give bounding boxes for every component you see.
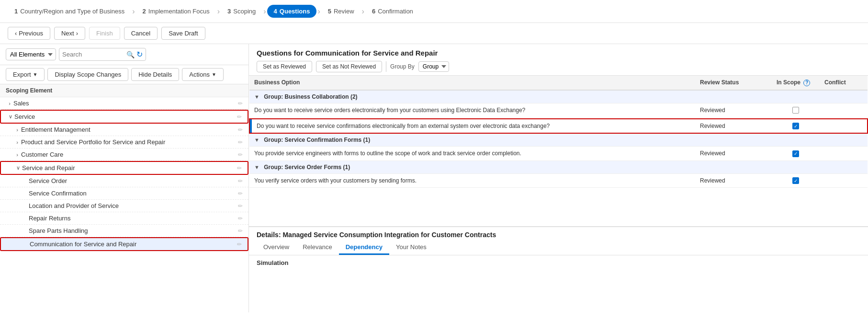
main-layout: All Elements 🔍 ↻ Export ▼ Display Scope … [0,44,868,312]
in-scope-cell-2[interactable]: ✓ [772,119,820,134]
wizard-step-6[interactable]: 6 Confirmation [365,5,420,18]
in-scope-cell[interactable] [772,103,820,119]
wizard-step-1[interactable]: 1 Country/Region and Type of Business [8,5,131,18]
review-status-cell-3: Reviewed [695,147,772,161]
wizard-step-2[interactable]: 2 Implementation Focus [136,5,216,18]
tree-item-customer-care[interactable]: › Customer Care ✏ [0,149,248,161]
service-repair-expander-icon[interactable]: ∨ [14,165,22,171]
spare-parts-edit-icon[interactable]: ✏ [238,228,243,234]
search-input[interactable] [62,51,124,58]
tree-item-repair-returns[interactable]: Repair Returns ✏ [0,212,248,225]
in-scope-checkbox-2[interactable]: ✓ [792,123,799,129]
right-panel: Questions for Communication for Service … [249,44,868,312]
cancel-button[interactable]: Cancel [124,27,158,40]
group-expander-business-collab[interactable]: ▼ [254,94,259,100]
tree-item-sales[interactable]: › Sales ✏ [0,97,248,110]
group-row-service-confirmation-forms: ▼ Group: Service Confirmation Forms (1) [249,133,868,147]
hide-details-button[interactable]: Hide Details [131,68,179,81]
group-row-service-order-forms: ▼ Group: Service Order Forms (1) [249,160,868,173]
tree-item-service-confirmation[interactable]: Service Confirmation ✏ [0,187,248,200]
entitlement-expander-icon[interactable]: › [13,127,21,133]
save-draft-button[interactable]: Save Draft [161,27,205,40]
business-option-cell-4: You verify service orders with your cust… [249,173,695,188]
tree-item-service[interactable]: ∨ Service ✏ [0,110,248,124]
group-expander-order-forms[interactable]: ▼ [254,164,259,170]
in-scope-checkbox[interactable] [792,107,799,114]
actions-button[interactable]: Actions ▼ [182,68,224,81]
refresh-icon[interactable]: ↻ [136,50,143,59]
left-toolbar-row2: Export ▼ Display Scope Changes Hide Deta… [0,65,248,84]
actions-dropdown-icon: ▼ [212,72,216,77]
service-order-edit-icon[interactable]: ✏ [238,178,243,184]
display-scope-button[interactable]: Display Scope Changes [47,68,128,81]
table-body: ▼ Group: Business Collaboration (2) Do y… [249,90,868,188]
set-not-reviewed-button[interactable]: Set as Not Reviewed [316,61,382,72]
next-button[interactable]: Next › [54,27,85,40]
service-expander-icon[interactable]: ∨ [7,114,14,120]
col-business-option: Business Option [249,76,695,90]
step-arrow-3: › [263,7,266,16]
step-arrow-4: › [317,7,320,16]
table-row: You verify service orders with your cust… [249,173,868,188]
tab-relevance[interactable]: Relevance [296,241,338,255]
tree-item-spare-parts[interactable]: Spare Parts Handling ✏ [0,225,248,237]
right-panel-header: Questions for Communication for Service … [249,44,868,76]
wizard-step-3[interactable]: 3 Scoping [221,5,262,18]
entitlement-edit-icon[interactable]: ✏ [238,126,243,133]
previous-button[interactable]: ‹ Previous [8,27,50,40]
tree-item-comm-service-repair[interactable]: Communication for Service and Repair ✏ [0,237,248,251]
tree-item-product-portfolio[interactable]: › Product and Service Portfolio for Serv… [0,136,248,149]
customer-care-expander-icon[interactable]: › [13,152,21,158]
in-scope-checkbox-3[interactable]: ✓ [792,150,799,157]
group-expander-confirmation-forms[interactable]: ▼ [254,137,259,143]
step-arrow-2: › [217,7,220,16]
service-edit-icon[interactable]: ✏ [237,114,242,120]
set-reviewed-button[interactable]: Set as Reviewed [257,61,312,72]
questions-data-table: Business Option Review Status In Scope ?… [249,76,868,188]
col-in-scope: In Scope ? [772,76,820,90]
tab-dependency[interactable]: Dependency [339,241,389,255]
sales-edit-icon[interactable]: ✏ [238,100,243,107]
product-portfolio-expander-icon[interactable]: › [13,139,21,145]
comm-service-repair-edit-icon[interactable]: ✏ [237,241,242,248]
sales-expander-icon[interactable]: › [6,101,13,106]
in-scope-cell-4[interactable]: ✓ [772,173,820,188]
group-by-select[interactable]: Group [418,61,449,72]
step-arrow-5: › [362,7,364,16]
service-repair-edit-icon[interactable]: ✏ [237,165,242,172]
col-review-status: Review Status [695,76,772,90]
repair-returns-edit-icon[interactable]: ✏ [238,215,243,222]
in-scope-checkbox-4[interactable]: ✓ [792,177,799,184]
wizard-step-5[interactable]: 5 Review [321,5,361,18]
tree-area: › Sales ✏ ∨ Service ✏ › Entitlement Mana… [0,97,248,312]
in-scope-info-icon[interactable]: ? [803,80,810,86]
table-row: You provide service engineers with forms… [249,147,868,161]
conflict-cell [820,103,868,119]
product-portfolio-edit-icon[interactable]: ✏ [238,139,243,146]
group-row-business-collab: ▼ Group: Business Collaboration (2) [249,90,868,103]
customer-care-edit-icon[interactable]: ✏ [238,151,243,158]
service-confirmation-edit-icon[interactable]: ✏ [238,190,243,197]
tab-your-notes[interactable]: Your Notes [389,241,433,255]
search-icon[interactable]: 🔍 [126,51,135,58]
tree-item-entitlement[interactable]: › Entitlement Management ✏ [0,124,248,136]
review-status-cell-4: Reviewed [695,173,772,188]
tab-overview[interactable]: Overview [257,241,296,255]
business-option-cell-3: You provide service engineers with forms… [249,147,695,161]
bottom-panel-title: Details: Managed Service Consumption Int… [249,227,868,241]
finish-button[interactable]: Finish [89,27,120,40]
business-option-cell: Do you want to receive service orders el… [249,103,695,119]
in-scope-cell-3[interactable]: ✓ [772,147,820,161]
tree-item-location-provider[interactable]: Location and Provider of Service ✏ [0,200,248,212]
location-provider-edit-icon[interactable]: ✏ [238,203,243,209]
review-status-cell: Reviewed [695,103,772,119]
filter-select[interactable]: All Elements [6,48,56,60]
bottom-content: Simulation [249,255,868,270]
tree-item-service-repair[interactable]: ∨ Service and Repair ✏ [0,161,248,175]
tree-item-service-order[interactable]: Service Order ✏ [0,175,248,187]
export-dropdown-icon: ▼ [33,72,38,77]
bottom-panel: Details: Managed Service Consumption Int… [249,226,868,312]
conflict-cell-4 [820,173,868,188]
export-button[interactable]: Export ▼ [6,68,45,81]
wizard-step-4[interactable]: 4 Questions [267,5,317,18]
